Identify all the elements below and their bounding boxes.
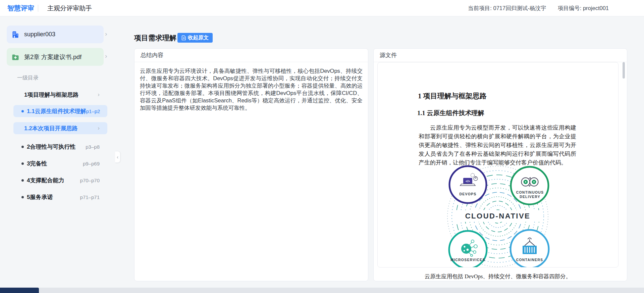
page-range: p70–p70 [80, 178, 100, 183]
current-project-label: 当前项目: [468, 5, 492, 11]
chevron-right-icon: › [98, 126, 100, 131]
pdf-heading-1: 1 项目理解与框架思路 [418, 91, 487, 101]
devops-label: DEVOPS [451, 192, 485, 196]
brand-logo: 智慧评审 [7, 0, 34, 16]
current-project-value: 0717回归测试-杨汶宇 [493, 5, 546, 11]
project-code-label: 项目编号: [558, 5, 582, 11]
svg-text:</>: </> [466, 180, 470, 183]
sidebar-item-1[interactable]: 1项目理解与框架思路 › [13, 89, 107, 101]
sidebar-item-3[interactable]: 3完备性 p9–p69 [13, 157, 107, 169]
bullet-icon [21, 110, 24, 112]
cloud-native-diagram: </> [440, 162, 557, 267]
summary-panel: 总结内容 云原生应用专为云环境设计，具备高敏捷性、弹性与可移植性，核心包括Dev… [134, 48, 368, 281]
bullet-icon [21, 146, 24, 148]
chevron-right-icon[interactable]: › [105, 31, 110, 38]
project-code-value: project001 [583, 5, 609, 11]
summary-content: 云原生应用专为云环境设计，具备高敏捷性、弹性与可移植性，核心包括DevOps、持… [135, 62, 368, 116]
pdf-scrollbar-thumb[interactable] [623, 62, 625, 79]
summary-panel-title: 总结内容 [135, 49, 368, 62]
sidebar-collapse-handle[interactable]: ‹ [115, 151, 120, 163]
footer-bar [0, 288, 644, 293]
page-range: p71–p71 [80, 194, 100, 200]
source-panel: 源文件 1 项目理解与框架思路 1.1 云原生组件技术理解 云原生应用专为云模型… [373, 48, 627, 281]
folder-plus-icon [11, 53, 19, 61]
app-root: 智慧评审 主观分评审助手 当前项目: 0717回归测试-杨汶宇 项目编号: pr… [0, 0, 644, 293]
sidebar-item-1-2[interactable]: 1.2本次项目开展思路 › [13, 122, 107, 134]
page-range: p9–p69 [83, 161, 100, 166]
pdf-caption: 云原生应用包括 DevOps、持续交付、微服务和容器四部分。 [377, 273, 619, 280]
sidebar-item-label: 4支撑配合能力 [27, 177, 64, 184]
collapse-source-button[interactable]: 收起原文 [177, 33, 213, 43]
sidebar-item-5[interactable]: 5服务承诺 p71–p71 [13, 191, 107, 203]
pdf-paragraph: 云原生应用专为云模型而开发，可以快速将这些应用构建和部署到可提供轻松的横向扩展和… [419, 124, 576, 167]
sidebar-item-4[interactable]: 4支撑配合能力 p70–p70 [13, 174, 107, 186]
supplier-name: supplier003 [24, 31, 55, 38]
current-project: 当前项目: 0717回归测试-杨汶宇 [468, 5, 546, 11]
chevron-right-icon: › [98, 92, 100, 97]
bullet-icon [21, 179, 24, 182]
chevron-right-icon[interactable]: › [105, 53, 110, 60]
bullet-icon [21, 196, 24, 198]
page-title: 项目需求理解 [134, 33, 176, 43]
continuous-delivery-label: CONTINUOUS DELIVERY [515, 190, 545, 199]
file-card[interactable]: 第2章 方案建议书.pdf [7, 48, 104, 66]
top-bar: 智慧评审 主观分评审助手 当前项目: 0717回归测试-杨汶宇 项目编号: pr… [0, 0, 644, 16]
building-icon [11, 31, 19, 39]
supplier-card[interactable]: supplier003 [7, 26, 104, 43]
toc-title: 一级目录 [17, 75, 39, 82]
sidebar-item-label: 5服务承诺 [27, 193, 53, 201]
diagram-center-label: CLOUD-NATIVE [455, 210, 540, 222]
project-code: 项目编号: project001 [558, 5, 609, 11]
pdf-viewer[interactable]: 1 项目理解与框架思路 1.1 云原生组件技术理解 云原生应用专为云模型而开发，… [377, 62, 619, 267]
project-info: 当前项目: 0717回归测试-杨汶宇 项目编号: project001 [458, 0, 609, 16]
bullet-icon [21, 162, 24, 165]
pdf-heading-2: 1.1 云原生组件技术理解 [417, 109, 484, 117]
header-divider [38, 5, 38, 12]
collapse-source-button-label: 收起原文 [188, 34, 209, 41]
document-icon [181, 35, 186, 40]
footer-widget [0, 288, 39, 293]
source-panel-title: 源文件 [374, 49, 627, 62]
sidebar-item-label: 1项目理解与框架思路 [24, 91, 78, 99]
app-title: 主观分评审助手 [47, 0, 92, 16]
sidebar-item-label: 1.1云原生组件技术理解 [27, 107, 86, 115]
sidebar-item-1-1[interactable]: 1.1云原生组件技术理解 p1–p2 [13, 105, 107, 117]
collapse-icon: ‹ [117, 154, 118, 160]
sidebar-item-label: 1.2本次项目开展思路 [24, 125, 78, 132]
sidebar-item-2[interactable]: 2合理性与可执行性 p3–p8 [13, 141, 107, 153]
sidebar-item-label: 3完备性 [27, 160, 47, 167]
page-range: p1–p2 [86, 108, 100, 114]
microservices-label: MICROSERVICES [448, 258, 488, 262]
sidebar-item-label: 2合理性与可执行性 [27, 143, 75, 151]
file-name: 第2章 方案建议书.pdf [24, 53, 82, 61]
page-range: p3–p8 [86, 144, 100, 150]
containers-label: CONTAINERS [509, 258, 550, 262]
